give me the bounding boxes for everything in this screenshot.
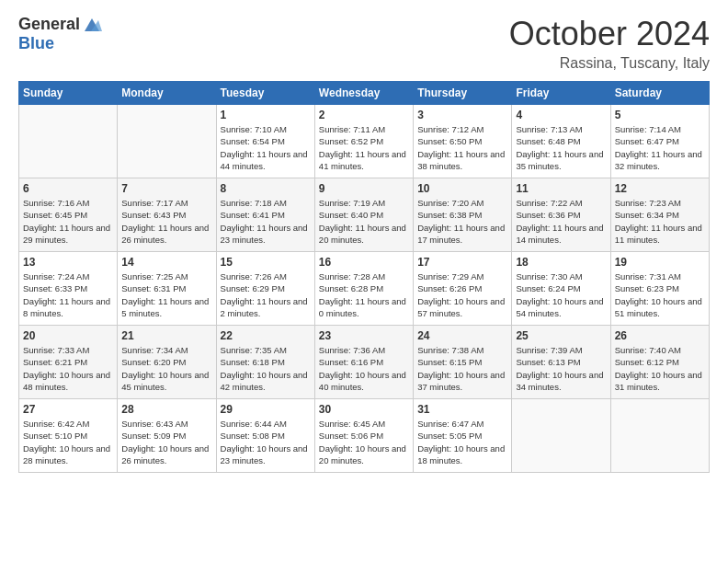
calendar-cell: 14Sunrise: 7:25 AM Sunset: 6:31 PM Dayli…: [118, 252, 216, 326]
calendar-week-1: 1Sunrise: 7:10 AM Sunset: 6:54 PM Daylig…: [19, 105, 710, 178]
day-number: 31: [417, 403, 507, 416]
calendar-title: October 2024: [509, 15, 710, 53]
calendar-cell: 8Sunrise: 7:18 AM Sunset: 6:41 PM Daylig…: [216, 178, 314, 252]
day-info: Sunrise: 7:24 AM Sunset: 6:33 PM Dayligh…: [23, 270, 113, 319]
day-number: 21: [121, 329, 211, 342]
day-number: 18: [516, 256, 606, 269]
page: General Blue October 2024 Rassina, Tusca…: [0, 0, 728, 563]
day-info: Sunrise: 7:17 AM Sunset: 6:43 PM Dayligh…: [121, 197, 211, 246]
day-info: Sunrise: 7:40 AM Sunset: 6:12 PM Dayligh…: [615, 344, 705, 393]
header-monday: Monday: [118, 82, 216, 105]
header-saturday: Saturday: [610, 82, 709, 105]
header-tuesday: Tuesday: [216, 82, 314, 105]
calendar-cell: 9Sunrise: 7:19 AM Sunset: 6:40 PM Daylig…: [314, 178, 413, 252]
calendar-cell: 1Sunrise: 7:10 AM Sunset: 6:54 PM Daylig…: [216, 105, 314, 178]
calendar-cell: 29Sunrise: 6:44 AM Sunset: 5:08 PM Dayli…: [216, 399, 314, 473]
calendar-cell: 10Sunrise: 7:20 AM Sunset: 6:38 PM Dayli…: [414, 178, 512, 252]
calendar-cell: 26Sunrise: 7:40 AM Sunset: 6:12 PM Dayli…: [610, 326, 709, 399]
header-friday: Friday: [512, 82, 610, 105]
day-number: 25: [516, 329, 606, 342]
calendar-week-4: 20Sunrise: 7:33 AM Sunset: 6:21 PM Dayli…: [19, 326, 710, 399]
day-info: Sunrise: 7:14 AM Sunset: 6:47 PM Dayligh…: [615, 123, 705, 172]
calendar-week-3: 13Sunrise: 7:24 AM Sunset: 6:33 PM Dayli…: [19, 252, 710, 326]
day-number: 22: [221, 329, 311, 342]
day-info: Sunrise: 7:13 AM Sunset: 6:48 PM Dayligh…: [516, 123, 606, 172]
logo-icon: [82, 15, 102, 35]
day-number: 5: [615, 109, 705, 121]
day-info: Sunrise: 6:47 AM Sunset: 5:05 PM Dayligh…: [417, 418, 507, 466]
day-info: Sunrise: 6:42 AM Sunset: 5:10 PM Dayligh…: [23, 418, 113, 466]
calendar-cell: 31Sunrise: 6:47 AM Sunset: 5:05 PM Dayli…: [414, 399, 512, 473]
calendar-cell: 2Sunrise: 7:11 AM Sunset: 6:52 PM Daylig…: [314, 105, 413, 178]
calendar-cell: 6Sunrise: 7:16 AM Sunset: 6:45 PM Daylig…: [19, 178, 118, 252]
day-info: Sunrise: 7:16 AM Sunset: 6:45 PM Dayligh…: [23, 197, 113, 246]
calendar-cell: 12Sunrise: 7:23 AM Sunset: 6:34 PM Dayli…: [610, 178, 709, 252]
day-info: Sunrise: 7:35 AM Sunset: 6:18 PM Dayligh…: [221, 344, 311, 393]
calendar-cell: 16Sunrise: 7:28 AM Sunset: 6:28 PM Dayli…: [314, 252, 413, 326]
calendar-cell: 27Sunrise: 6:42 AM Sunset: 5:10 PM Dayli…: [19, 399, 118, 473]
logo-blue: Blue: [18, 35, 54, 53]
header-sunday: Sunday: [19, 82, 118, 105]
day-info: Sunrise: 7:19 AM Sunset: 6:40 PM Dayligh…: [319, 197, 409, 246]
title-block: October 2024 Rassina, Tuscany, Italy: [509, 15, 710, 72]
day-number: 28: [121, 403, 211, 416]
day-number: 10: [417, 182, 507, 195]
day-number: 3: [417, 109, 507, 121]
calendar-subtitle: Rassina, Tuscany, Italy: [509, 55, 710, 72]
day-info: Sunrise: 7:18 AM Sunset: 6:41 PM Dayligh…: [221, 197, 311, 246]
calendar-cell: 17Sunrise: 7:29 AM Sunset: 6:26 PM Dayli…: [414, 252, 512, 326]
day-number: 19: [615, 256, 705, 269]
day-info: Sunrise: 7:30 AM Sunset: 6:24 PM Dayligh…: [516, 270, 606, 319]
calendar-cell: 15Sunrise: 7:26 AM Sunset: 6:29 PM Dayli…: [216, 252, 314, 326]
day-info: Sunrise: 6:44 AM Sunset: 5:08 PM Dayligh…: [221, 418, 311, 466]
day-info: Sunrise: 7:10 AM Sunset: 6:54 PM Dayligh…: [221, 123, 311, 172]
day-number: 29: [221, 403, 311, 416]
calendar-cell: 22Sunrise: 7:35 AM Sunset: 6:18 PM Dayli…: [216, 326, 314, 399]
calendar-cell: [610, 399, 709, 473]
header: General Blue October 2024 Rassina, Tusca…: [18, 15, 710, 72]
day-number: 16: [319, 256, 409, 269]
day-number: 13: [23, 256, 113, 269]
day-number: 6: [23, 182, 113, 195]
day-info: Sunrise: 6:45 AM Sunset: 5:06 PM Dayligh…: [319, 418, 409, 466]
calendar-cell: [19, 105, 118, 178]
calendar-cell: 7Sunrise: 7:17 AM Sunset: 6:43 PM Daylig…: [118, 178, 216, 252]
day-number: 11: [516, 182, 606, 195]
logo: General Blue: [18, 15, 102, 53]
calendar-cell: 23Sunrise: 7:36 AM Sunset: 6:16 PM Dayli…: [314, 326, 413, 399]
day-number: 30: [319, 403, 409, 416]
day-info: Sunrise: 7:12 AM Sunset: 6:50 PM Dayligh…: [417, 123, 507, 172]
day-number: 8: [221, 182, 311, 195]
day-number: 27: [23, 403, 113, 416]
day-number: 12: [615, 182, 705, 195]
day-number: 2: [319, 109, 409, 121]
calendar-cell: 19Sunrise: 7:31 AM Sunset: 6:23 PM Dayli…: [610, 252, 709, 326]
day-number: 26: [615, 329, 705, 342]
day-info: Sunrise: 6:43 AM Sunset: 5:09 PM Dayligh…: [121, 418, 211, 466]
calendar-cell: 28Sunrise: 6:43 AM Sunset: 5:09 PM Dayli…: [118, 399, 216, 473]
header-row: Sunday Monday Tuesday Wednesday Thursday…: [19, 82, 710, 105]
day-number: 14: [121, 256, 211, 269]
header-thursday: Thursday: [414, 82, 512, 105]
day-info: Sunrise: 7:11 AM Sunset: 6:52 PM Dayligh…: [319, 123, 409, 172]
day-number: 20: [23, 329, 113, 342]
day-info: Sunrise: 7:36 AM Sunset: 6:16 PM Dayligh…: [319, 344, 409, 393]
day-info: Sunrise: 7:34 AM Sunset: 6:20 PM Dayligh…: [121, 344, 211, 393]
day-info: Sunrise: 7:22 AM Sunset: 6:36 PM Dayligh…: [516, 197, 606, 246]
logo-general: General: [18, 16, 80, 34]
calendar-cell: 30Sunrise: 6:45 AM Sunset: 5:06 PM Dayli…: [314, 399, 413, 473]
day-info: Sunrise: 7:29 AM Sunset: 6:26 PM Dayligh…: [417, 270, 507, 319]
calendar-cell: 18Sunrise: 7:30 AM Sunset: 6:24 PM Dayli…: [512, 252, 610, 326]
calendar-cell: 13Sunrise: 7:24 AM Sunset: 6:33 PM Dayli…: [19, 252, 118, 326]
day-info: Sunrise: 7:31 AM Sunset: 6:23 PM Dayligh…: [615, 270, 705, 319]
calendar-cell: 11Sunrise: 7:22 AM Sunset: 6:36 PM Dayli…: [512, 178, 610, 252]
day-number: 1: [221, 109, 311, 121]
calendar-week-5: 27Sunrise: 6:42 AM Sunset: 5:10 PM Dayli…: [19, 399, 710, 473]
day-number: 24: [417, 329, 507, 342]
calendar-cell: 25Sunrise: 7:39 AM Sunset: 6:13 PM Dayli…: [512, 326, 610, 399]
calendar-cell: 3Sunrise: 7:12 AM Sunset: 6:50 PM Daylig…: [414, 105, 512, 178]
day-number: 4: [516, 109, 606, 121]
calendar-table: Sunday Monday Tuesday Wednesday Thursday…: [18, 81, 710, 473]
header-wednesday: Wednesday: [314, 82, 413, 105]
calendar-cell: 21Sunrise: 7:34 AM Sunset: 6:20 PM Dayli…: [118, 326, 216, 399]
